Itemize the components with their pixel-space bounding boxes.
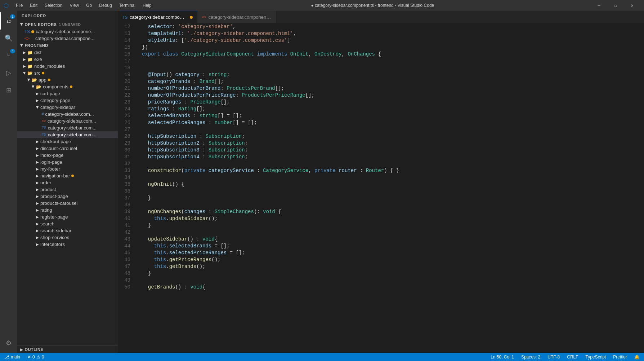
folder-rating[interactable]: ▶ rating (17, 207, 118, 213)
products-carousel-label: products-carousel (40, 201, 77, 206)
status-errors[interactable]: ✕ 0 ⚠ 0 (26, 355, 45, 360)
folder-search-sidebar[interactable]: ▶ search-sidebar (17, 227, 118, 234)
dist-folder-icon: 📁 (27, 50, 33, 55)
nav-label: navigation-bar (40, 173, 70, 179)
activity-source-control[interactable]: ⑂ 6 (0, 47, 17, 64)
activity-search[interactable]: 🔍 (0, 30, 17, 47)
status-language[interactable]: TypeScript (584, 355, 608, 360)
cart-page-chevron: ▶ (36, 92, 39, 96)
status-formatter[interactable]: Prettier (612, 355, 629, 360)
error-icon: ✕ (27, 355, 31, 360)
folder-dist[interactable]: ▶ 📁 dist (17, 49, 118, 56)
code-editor[interactable]: selector: 'category-sidebar', templateUr… (136, 23, 644, 353)
activity-explorer[interactable]: 🗂 1 (0, 12, 17, 30)
folder-category-page[interactable]: ▶ category-page (17, 97, 118, 104)
products-carousel-chevron: ▶ (36, 201, 39, 205)
open-editors-chevron: ▶ (20, 23, 24, 26)
menu-terminal[interactable]: Terminal (116, 2, 138, 9)
product-page-chevron: ▶ (36, 194, 39, 198)
register-chevron: ▶ (36, 215, 39, 219)
open-file-ts[interactable]: TS category-sidebar.compone... (17, 28, 118, 35)
activity-debug[interactable]: ▷ (0, 64, 17, 82)
encoding-text: UTF-8 (547, 355, 560, 360)
open-file-html[interactable]: <> category-sidebar.compone... (17, 35, 118, 42)
close-button[interactable]: ✕ (624, 0, 640, 11)
window-controls: ─ □ ✕ (591, 0, 640, 11)
folder-interceptors[interactable]: ▶ interceptors (17, 241, 118, 248)
minimize-button[interactable]: ─ (591, 0, 607, 11)
menu-view[interactable]: View (67, 2, 82, 9)
product-label: product (40, 187, 56, 192)
menu-selection[interactable]: Selection (42, 2, 65, 9)
menu-debug[interactable]: Debug (96, 2, 115, 9)
ts-file-label-3: category-sidebar.com... (48, 132, 97, 137)
folder-search[interactable]: ▶ search (17, 220, 118, 227)
status-eol[interactable]: CRLF (565, 355, 580, 360)
shop-chevron: ▶ (36, 235, 39, 239)
open-editors-header[interactable]: ▶ OPEN EDITORS 1 UNSAVED (17, 21, 118, 28)
footer-chevron: ▶ (36, 167, 39, 171)
src-folder-icon: 📂 (27, 71, 33, 76)
interceptors-chevron: ▶ (36, 242, 39, 246)
components-chevron: ▶ (31, 85, 35, 88)
outline-header[interactable]: ▶ OUTLINE (17, 346, 118, 353)
folder-product-page[interactable]: ▶ product-page (17, 193, 118, 200)
status-branch[interactable]: ⎇ main (3, 355, 22, 360)
search-chevron: ▶ (36, 222, 39, 226)
folder-discount-carousel[interactable]: ▶ discount-carousel (17, 145, 118, 152)
html-file-icon: <> (42, 119, 46, 123)
css-file-icon: # (42, 112, 44, 116)
menu-go[interactable]: Go (83, 2, 95, 9)
vscode-logo: ⬡ (4, 2, 9, 9)
category-sidebar-label: category-sidebar (40, 105, 75, 110)
unsaved-dot (31, 30, 34, 33)
status-position[interactable]: Ln 50, Col 1 (489, 355, 515, 360)
menu-help[interactable]: Help (140, 2, 155, 9)
status-notification[interactable]: 🔔 (633, 355, 641, 360)
folder-products-carousel[interactable]: ▶ products-carousel (17, 200, 118, 207)
status-encoding[interactable]: UTF-8 (546, 355, 561, 360)
folder-index-page[interactable]: ▶ index-page (17, 152, 118, 159)
main-layout: 🗂 1 🔍 ⑂ 6 ▷ ⊞ ⚙ EXPLORER ▶ OPEN EDITORS … (0, 11, 644, 353)
file-html-2[interactable]: <> category-sidebar.com... (17, 118, 118, 124)
outline-label: OUTLINE (25, 347, 44, 352)
e2e-folder-icon: 📁 (27, 57, 33, 62)
file-css[interactable]: # category-sidebar.com... (17, 111, 118, 118)
folder-my-footer[interactable]: ▶ my-footer (17, 166, 118, 172)
activity-settings[interactable]: ⚙ (0, 336, 17, 353)
folder-shop-services[interactable]: ▶ shop-services (17, 234, 118, 241)
file-ts-2[interactable]: TS category-sidebar.com... (17, 124, 118, 131)
folder-node-modules[interactable]: ▶ 📁 node_modules (17, 63, 118, 70)
status-spaces[interactable]: Spaces: 2 (520, 355, 542, 360)
tab-ts-label: category-sidebar.component.ts (130, 14, 187, 20)
tab-html[interactable]: <> category-sidebar.component.html (197, 11, 277, 23)
folder-product[interactable]: ▶ product (17, 186, 118, 193)
file-ts-3[interactable]: TS category-sidebar.com... (17, 131, 118, 138)
open-editors-label: OPEN EDITORS (25, 22, 57, 27)
search-label: search (40, 221, 54, 226)
maximize-button[interactable]: □ (607, 0, 624, 11)
frontend-header[interactable]: ▶ FRONTEND (17, 42, 118, 49)
folder-checkout-page[interactable]: ▶ checkout-page (17, 138, 118, 145)
src-label: src (34, 70, 40, 76)
folder-register-page[interactable]: ▶ register-page (17, 213, 118, 220)
folder-category-sidebar[interactable]: ▶ category-sidebar (17, 104, 118, 111)
title-bar: ⬡ File Edit Selection View Go Debug Term… (0, 0, 644, 11)
branch-icon: ⎇ (4, 355, 9, 360)
tab-ts[interactable]: TS category-sidebar.component.ts (118, 11, 197, 23)
folder-cart-page[interactable]: ▶ cart-page (17, 90, 118, 97)
app-badge (48, 79, 50, 81)
folder-login-page[interactable]: ▶ login-page (17, 159, 118, 166)
folder-e2e[interactable]: ▶ 📁 e2e (17, 56, 118, 63)
menu-bar: File Edit Selection View Go Debug Termin… (13, 2, 155, 9)
activity-extensions[interactable]: ⊞ (0, 82, 17, 99)
branch-name: main (11, 355, 20, 360)
folder-navigation-bar[interactable]: ▶ navigation-bar (17, 172, 118, 179)
src-badge (42, 72, 44, 74)
folder-components[interactable]: ▶ 📂 components (17, 83, 118, 90)
folder-src[interactable]: ▶ 📂 src (17, 70, 118, 76)
folder-order[interactable]: ▶ order (17, 179, 118, 186)
menu-file[interactable]: File (13, 2, 26, 9)
folder-app[interactable]: ▶ 📂 app (17, 76, 118, 83)
menu-edit[interactable]: Edit (27, 2, 40, 9)
